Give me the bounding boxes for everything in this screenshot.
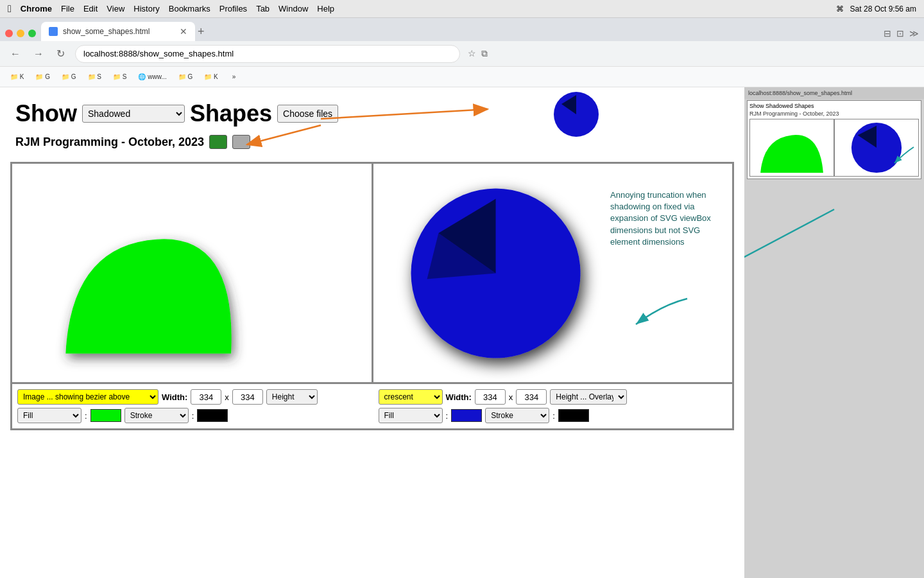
address-input[interactable] <box>75 45 460 63</box>
thumb-title: Show Shadowed Shapes <box>749 103 919 109</box>
right-panel-url: localhost:8888/show_some_shapes.html <box>748 90 920 96</box>
bookmarks-bar: 📁 K 📁 G 📁 G 📁 S 📁 S 🌐 www... 📁 G 📁 K » <box>0 67 924 87</box>
thumb-left <box>750 119 834 176</box>
right-panel-header: localhost:8888/show_some_shapes.html <box>744 87 924 99</box>
right-stroke-select[interactable]: Stroke <box>485 408 549 423</box>
left-fill-color[interactable] <box>90 409 121 422</box>
left-shape-select[interactable]: Image ... showing bezier above <box>17 389 158 405</box>
main-teal-arrow-svg <box>744 203 847 280</box>
active-tab[interactable]: show_some_shapes.html ✕ <box>41 22 195 41</box>
right-stroke-colon: : <box>552 411 555 421</box>
left-x-sep: x <box>225 392 229 402</box>
left-shape-panel <box>12 164 372 382</box>
bookmark-3[interactable]: 📁 G <box>56 69 81 85</box>
bookmark-more[interactable]: » <box>227 69 241 85</box>
menu-view[interactable]: View <box>107 4 124 13</box>
left-ctrl-row1: Image ... showing bezier above Width: x … <box>17 389 366 405</box>
time-display: Sat 28 Oct 9:56 am <box>850 4 916 13</box>
menu-file[interactable]: File <box>61 4 74 13</box>
wifi-icon: ⌘ <box>836 4 844 13</box>
right-fill-select[interactable]: Fill <box>379 408 443 423</box>
menu-history[interactable]: History <box>133 4 159 13</box>
left-controls: Image ... showing bezier above Width: x … <box>12 384 372 428</box>
blue-circle-svg <box>386 170 611 382</box>
back-button[interactable]: ← <box>8 46 23 62</box>
right-shape-select[interactable]: crescent <box>379 389 443 405</box>
minimize-icon[interactable]: ⊟ <box>884 28 891 39</box>
author-text: RJM Programming - October, 2023 <box>15 136 204 149</box>
mac-menubar:  Chrome File Edit View History Bookmark… <box>0 0 924 18</box>
right-width-input[interactable] <box>475 389 506 405</box>
right-side-panel: localhost:8888/show_some_shapes.html Sho… <box>744 87 924 578</box>
right-ctrl-row1: crescent Width: x Height ... Overlayed <box>379 389 728 405</box>
menu-edit[interactable]: Edit <box>83 4 98 13</box>
left-height-select[interactable]: Height <box>266 389 318 405</box>
right-height-select[interactable]: Height ... Overlayed <box>550 389 627 405</box>
style-dropdown[interactable]: Shadowed Flat Outlined <box>82 105 185 123</box>
left-height-input[interactable] <box>232 389 263 405</box>
right-fill-color[interactable] <box>451 409 482 422</box>
close-button[interactable] <box>5 30 13 37</box>
title-show: Show <box>15 100 77 127</box>
shapes-outer: Annoying truncation when shadowing on fi… <box>10 162 734 384</box>
bookmark-5[interactable]: 📁 S <box>108 69 132 85</box>
right-controls: crescent Width: x Height ... Overlayed F… <box>373 384 733 428</box>
right-x-sep: x <box>509 392 513 402</box>
page-header: Show Shadowed Flat Outlined Shapes Choos… <box>0 87 744 162</box>
mac-menus:  Chrome File Edit View History Bookmark… <box>8 3 334 15</box>
menu-tab[interactable]: Tab <box>256 4 270 13</box>
right-fill-colon: : <box>446 411 449 421</box>
tab-close-icon[interactable]: ✕ <box>180 26 187 37</box>
browser-layout: Show Shadowed Flat Outlined Shapes Choos… <box>0 87 924 578</box>
tab-favicon <box>49 27 58 36</box>
minimize-button[interactable] <box>17 30 24 37</box>
maximize-button[interactable] <box>28 30 36 37</box>
reload-button[interactable]: ↻ <box>54 45 67 62</box>
left-stroke-select[interactable]: Stroke <box>124 408 189 423</box>
bookmark-1[interactable]: 📁 K <box>5 69 29 85</box>
left-width-input[interactable] <box>191 389 221 405</box>
green-bezier-svg <box>12 177 256 382</box>
green-button[interactable] <box>209 135 227 149</box>
menu-window[interactable]: Window <box>278 4 308 13</box>
mac-status: ⌘ Sat 28 Oct 9:56 am <box>836 4 916 13</box>
apple-menu[interactable]:  <box>8 3 12 15</box>
left-width-label: Width: <box>162 392 187 402</box>
menu-chrome[interactable]: Chrome <box>21 4 52 13</box>
maximize-icon[interactable]: ⊡ <box>896 28 904 39</box>
thumb-container: Show Shadowed Shapes RJM Programming - O… <box>747 100 921 179</box>
controls-inner: Image ... showing bezier above Width: x … <box>12 384 732 428</box>
right-shape-panel: Annoying truncation when shadowing on fi… <box>373 164 733 382</box>
bookmark-2[interactable]: 📁 G <box>30 69 55 85</box>
tab-title: show_some_shapes.html <box>63 27 150 36</box>
bookmark-4[interactable]: 📁 S <box>83 69 107 85</box>
choose-files-button[interactable]: Choose files <box>277 105 338 123</box>
title-row: Show Shadowed Flat Outlined Shapes Choos… <box>15 100 729 127</box>
left-fill-select[interactable]: Fill <box>17 408 81 423</box>
chrome-window-controls: ⊟ ⊡ ≫ <box>884 28 919 41</box>
controls-outer: Image ... showing bezier above Width: x … <box>10 384 734 430</box>
thumb-green-svg <box>750 119 834 176</box>
menu-profiles[interactable]: Profiles <box>219 4 247 13</box>
menu-help[interactable]: Help <box>317 4 334 13</box>
new-tab-button[interactable]: + <box>198 25 205 41</box>
address-bar: ← → ↻ ☆ ⧉ <box>0 41 924 67</box>
left-stroke-color[interactable] <box>197 409 228 422</box>
right-stroke-color[interactable] <box>558 409 589 422</box>
thumb-right <box>835 119 918 176</box>
overflow-icon[interactable]: ≫ <box>909 28 919 39</box>
teal-arrow-svg <box>623 292 700 331</box>
shapes-inner: Annoying truncation when shadowing on fi… <box>12 164 732 382</box>
gray-button[interactable] <box>232 135 250 149</box>
right-ctrl-row2: Fill : Stroke : <box>379 408 728 423</box>
left-fill-colon: : <box>85 411 87 421</box>
forward-button[interactable]: → <box>31 46 46 62</box>
bookmark-6[interactable]: 📁 G <box>173 69 198 85</box>
author-row: RJM Programming - October, 2023 <box>15 135 729 149</box>
menu-bookmarks[interactable]: Bookmarks <box>169 4 210 13</box>
extensions-icon[interactable]: ⧉ <box>481 48 488 59</box>
bookmark-star-icon[interactable]: ☆ <box>468 48 476 59</box>
right-height-input[interactable] <box>516 389 547 405</box>
bookmark-7[interactable]: 📁 K <box>199 69 223 85</box>
bookmark-www[interactable]: 🌐 www... <box>133 69 171 85</box>
